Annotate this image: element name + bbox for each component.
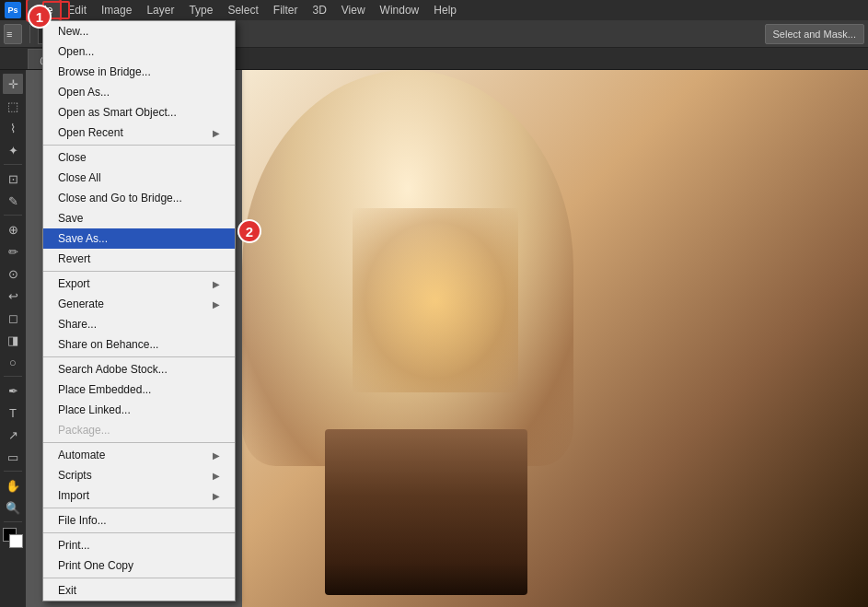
gradient-tool[interactable]: ◨ bbox=[3, 330, 23, 350]
menu-sep-1 bbox=[43, 145, 235, 146]
ps-icon: Ps bbox=[5, 2, 21, 18]
menu-sep-2 bbox=[43, 271, 235, 272]
menu-item-file-info[interactable]: File Info... bbox=[43, 510, 235, 531]
clone-tool[interactable]: ⊙ bbox=[3, 263, 23, 284]
submenu-arrow-open-recent: ▶ bbox=[213, 128, 220, 138]
menu-item-place-embedded[interactable]: Place Embedded... bbox=[43, 379, 235, 400]
menu-item-save-as[interactable]: Save As... bbox=[43, 228, 235, 249]
menu-item-close-all[interactable]: Close All bbox=[43, 168, 235, 188]
menu-sep-3 bbox=[43, 356, 235, 357]
toolbar-divider-1 bbox=[29, 25, 30, 43]
history-tool[interactable]: ↩ bbox=[3, 286, 23, 306]
lasso-tool[interactable]: ⌇ bbox=[3, 118, 23, 138]
submenu-arrow-generate: ▶ bbox=[213, 299, 220, 309]
tool-sep-5 bbox=[4, 521, 22, 522]
submenu-arrow-export: ▶ bbox=[213, 279, 220, 289]
eraser-tool[interactable]: ◻ bbox=[3, 308, 23, 328]
menu-item-close[interactable]: Close bbox=[43, 147, 235, 168]
menu-item-open-smart[interactable]: Open as Smart Object... bbox=[43, 102, 235, 123]
menu-item-print[interactable]: Print... bbox=[43, 535, 235, 555]
menu-item-open-as[interactable]: Open As... bbox=[43, 82, 235, 102]
zoom-tool[interactable]: 🔍 bbox=[3, 497, 23, 518]
canvas-image bbox=[242, 70, 868, 607]
dodge-tool[interactable]: ○ bbox=[3, 352, 23, 372]
tool-sep-4 bbox=[4, 471, 22, 472]
menu-layer[interactable]: Layer bbox=[139, 0, 181, 20]
menu-select[interactable]: Select bbox=[220, 0, 265, 20]
menu-item-revert[interactable]: Revert bbox=[43, 249, 235, 269]
tools-panel: ✛ ⬚ ⌇ ✦ ⊡ ✎ ⊕ ✏ ⊙ ↩ ◻ ◨ ○ ✒ T ↗ ▭ ✋ 🔍 bbox=[0, 70, 26, 607]
app-logo: Ps bbox=[0, 0, 26, 20]
menu-item-close-bridge[interactable]: Close and Go to Bridge... bbox=[43, 188, 235, 208]
pen-tool[interactable]: ✒ bbox=[3, 380, 23, 401]
menu-item-search-stock[interactable]: Search Adobe Stock... bbox=[43, 359, 235, 379]
menu-item-print-one[interactable]: Print One Copy bbox=[43, 555, 235, 576]
menu-item-new[interactable]: New... bbox=[43, 21, 235, 41]
menu-item-automate[interactable]: Automate ▶ bbox=[43, 445, 235, 465]
marquee-tool[interactable]: ⬚ bbox=[3, 96, 23, 116]
menu-item-share-behance[interactable]: Share on Behance... bbox=[43, 334, 235, 355]
text-tool[interactable]: T bbox=[3, 403, 23, 423]
menu-item-browse-bridge[interactable]: Browse in Bridge... bbox=[43, 62, 235, 82]
tool-sep-1 bbox=[4, 164, 22, 165]
menu-item-share[interactable]: Share... bbox=[43, 314, 235, 334]
menu-view[interactable]: View bbox=[334, 0, 373, 20]
menu-filter[interactable]: Filter bbox=[266, 0, 306, 20]
eyedropper-tool[interactable]: ✎ bbox=[3, 191, 23, 211]
menu-item-export[interactable]: Export ▶ bbox=[43, 274, 235, 294]
spot-heal-tool[interactable]: ⊕ bbox=[3, 219, 23, 239]
menu-image[interactable]: Image bbox=[94, 0, 139, 20]
menu-item-place-linked[interactable]: Place Linked... bbox=[43, 400, 235, 420]
move-tool[interactable]: ✛ bbox=[3, 74, 23, 94]
foreground-color[interactable] bbox=[3, 528, 23, 548]
menu-window[interactable]: Window bbox=[373, 0, 427, 20]
file-dropdown-menu[interactable]: New... Open... Browse in Bridge... Open … bbox=[42, 20, 236, 601]
menu-item-package: Package... bbox=[43, 420, 235, 440]
menu-item-scripts[interactable]: Scripts ▶ bbox=[43, 465, 235, 485]
menu-help[interactable]: Help bbox=[426, 0, 464, 20]
submenu-arrow-import: ▶ bbox=[213, 491, 220, 501]
submenu-arrow-automate: ▶ bbox=[213, 450, 220, 461]
path-select-tool[interactable]: ↗ bbox=[3, 425, 23, 445]
tool-sep-3 bbox=[4, 376, 22, 377]
brush-tool[interactable]: ✏ bbox=[3, 241, 23, 262]
menu-edit[interactable]: Edit bbox=[60, 0, 94, 20]
menu-item-open[interactable]: Open... bbox=[43, 41, 235, 62]
hand-tool[interactable]: ✋ bbox=[3, 475, 23, 496]
submenu-arrow-scripts: ▶ bbox=[213, 471, 220, 481]
toolbar-options-btn[interactable]: ≡ bbox=[4, 24, 22, 44]
shape-tool[interactable]: ▭ bbox=[3, 447, 23, 467]
menu-sep-7 bbox=[43, 578, 235, 578]
menu-3d[interactable]: 3D bbox=[305, 0, 333, 20]
crop-tool[interactable]: ⊡ bbox=[3, 169, 23, 189]
menu-sep-4 bbox=[43, 442, 235, 443]
menu-item-exit[interactable]: Exit bbox=[43, 580, 235, 601]
tool-sep-2 bbox=[4, 215, 22, 216]
menu-item-generate[interactable]: Generate ▶ bbox=[43, 294, 235, 314]
menu-file[interactable]: File bbox=[28, 0, 60, 20]
menu-item-open-recent[interactable]: Open Recent ▶ bbox=[43, 123, 235, 143]
select-mask-btn[interactable]: Select and Mask... bbox=[765, 24, 865, 44]
menu-sep-5 bbox=[43, 508, 235, 508]
menu-sep-6 bbox=[43, 532, 235, 533]
menu-type[interactable]: Type bbox=[181, 0, 220, 20]
magic-wand-tool[interactable]: ✦ bbox=[3, 140, 23, 160]
menu-item-import[interactable]: Import ▶ bbox=[43, 485, 235, 506]
menubar: Ps File Edit Image Layer Type Select Fil… bbox=[0, 0, 868, 20]
menu-item-save[interactable]: Save bbox=[43, 208, 235, 228]
